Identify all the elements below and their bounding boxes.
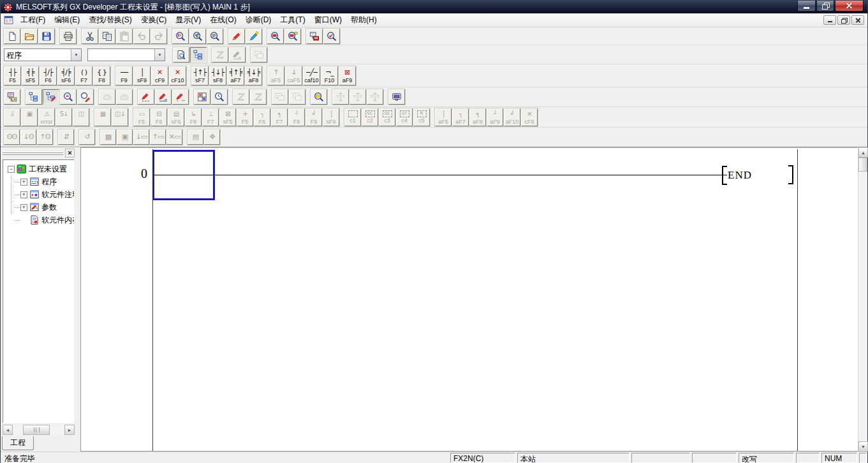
sfc-step-button[interactable]: ▭F5 <box>133 108 150 126</box>
sfc-selection-convergence-button[interactable]: ┘F8 <box>288 108 305 126</box>
closed-contact-button[interactable]: ┤/├F6 <box>40 66 57 85</box>
sfc-vertical-line-button[interactable]: │sF9 <box>323 108 339 126</box>
paste-button[interactable] <box>116 29 133 44</box>
block-display-button[interactable]: ▦ <box>94 108 111 126</box>
sfc-dummy-step-button[interactable]: ▤sF6 <box>168 108 184 126</box>
sfc-draw-convergence-button[interactable]: ┘aF9 <box>487 108 503 126</box>
insert-column-button[interactable] <box>367 89 383 105</box>
find-device-button[interactable] <box>172 29 189 44</box>
sfc-comment-button[interactable]: c1 <box>344 108 361 126</box>
find-button[interactable]: ʘʘ <box>4 129 20 145</box>
rising-pulse-branch-button[interactable]: ╡↑╞aF7 <box>227 66 244 85</box>
falling-pulse-open-button[interactable]: ↓caF5 <box>285 66 302 85</box>
print-button[interactable] <box>60 29 77 44</box>
write-horizontal-line-button[interactable]: ¬_F10 <box>321 66 338 85</box>
falling-pulse-button[interactable]: ┤↓├sF8 <box>209 66 226 85</box>
open-contact-button[interactable]: ┤├F5 <box>4 66 21 85</box>
jump-button[interactable]: ⇵ <box>58 129 74 145</box>
sfc-block-start-step-button[interactable]: ⊟F6 <box>151 108 167 126</box>
sfc-series-transition-button[interactable]: +F5 <box>237 108 253 126</box>
monitor-stop-button[interactable] <box>284 29 301 44</box>
redo-button[interactable] <box>151 29 167 44</box>
cascade-windows-button[interactable]: ▣ <box>117 129 133 145</box>
menu-window[interactable]: 窗口(W) <box>310 13 346 27</box>
scroll-right-arrow[interactable]: ► <box>64 425 75 435</box>
skip-range-button[interactable] <box>289 89 305 105</box>
sfc-simultaneous-convergence-button[interactable]: ╛F9 <box>305 108 322 126</box>
delete-horizontal-line-button[interactable]: ✕cF9 <box>151 66 168 85</box>
device-memory-button[interactable] <box>194 89 210 105</box>
partial-run-button[interactable] <box>250 89 267 105</box>
project-tree[interactable]: - 工程未设置 + 程序 + 软元件注释 <box>3 159 75 423</box>
sfc-transition-button[interactable]: ⊠sF5 <box>219 108 236 126</box>
new-project-button[interactable] <box>4 29 20 44</box>
window-restore-button[interactable] <box>816 1 834 11</box>
sfc-st-button[interactable]: STc4 <box>396 108 413 126</box>
delete-vertical-line-button[interactable]: ✕cF10 <box>169 66 186 85</box>
find-previous-button[interactable]: ↑ʘ <box>37 129 53 145</box>
project-data-list-button[interactable] <box>190 47 207 62</box>
program-copy-button[interactable] <box>251 47 267 62</box>
tree-collapse-toggle[interactable]: - <box>8 166 15 173</box>
scroll-thumb[interactable] <box>858 158 867 172</box>
undo-button[interactable] <box>133 29 150 44</box>
device-batch-monitor-button[interactable] <box>246 29 262 44</box>
find-string-button[interactable] <box>207 29 223 44</box>
print-data-button[interactable]: ▤ <box>188 129 203 145</box>
monitor-mode-button[interactable] <box>60 89 77 105</box>
tree-expand-toggle[interactable]: + <box>20 191 27 198</box>
sfc-jump-button[interactable]: ↳F8 <box>185 108 202 126</box>
online-read-button[interactable] <box>99 89 115 105</box>
vertical-line-button[interactable]: │sF9 <box>133 66 151 85</box>
comment-edit-button[interactable] <box>138 89 154 105</box>
window-close-button[interactable] <box>835 1 864 11</box>
clock-setting-button[interactable] <box>211 89 228 105</box>
sfc-se-button[interactable]: SEc3 <box>379 108 395 126</box>
block-convert-error-button[interactable]: ⚠error <box>38 108 55 126</box>
rising-pulse-button[interactable]: ┤↑├sF7 <box>191 66 209 85</box>
invert-operation-button[interactable]: ─╱─caf10 <box>303 66 320 85</box>
delete-line-button[interactable]: ⊠aF9 <box>339 66 356 85</box>
menu-view[interactable]: 显示(V) <box>171 13 205 27</box>
ladder-editor[interactable]: 0 END <box>80 147 858 452</box>
sfc-end-step-button[interactable]: ⊥F7 <box>202 108 219 126</box>
copy-button[interactable] <box>99 29 115 44</box>
ladder-list-convert-button[interactable] <box>4 89 20 105</box>
save-project-button[interactable] <box>38 29 55 44</box>
statement-edit-button[interactable] <box>155 89 172 105</box>
menu-diagnostics[interactable]: 诊断(D) <box>241 13 276 27</box>
scroll-track[interactable] <box>858 172 867 441</box>
rising-pulse-open-button[interactable]: ↑aF5 <box>267 66 284 85</box>
program-verify-button[interactable] <box>323 29 340 44</box>
device-test-button[interactable] <box>228 29 245 44</box>
cut-button[interactable] <box>82 29 98 44</box>
tree-root-item[interactable]: - 工程未设置 <box>3 163 74 175</box>
block-convert-run-button[interactable]: ▣ <box>21 108 38 126</box>
tree-expand-toggle[interactable]: + <box>20 204 27 211</box>
scroll-thumb[interactable] <box>23 425 50 435</box>
tree-expand-toggle[interactable]: + <box>20 179 27 186</box>
sfc-draw-vertical-button[interactable]: │aF5 <box>435 108 452 126</box>
menu-help[interactable]: 帮助(H) <box>346 13 381 27</box>
chevron-down-icon[interactable]: ▼ <box>154 49 165 61</box>
monitor-write-mode-button[interactable] <box>77 89 94 105</box>
menu-project[interactable]: 工程(F) <box>16 13 50 27</box>
program-type-combo[interactable]: 程序 ▼ <box>4 48 82 61</box>
sfc-draw-simultaneous-button[interactable]: ╕aF8 <box>469 108 486 126</box>
device-use-list-button[interactable]: ▩ <box>100 129 116 145</box>
sfc-draw-divergence-button[interactable]: ┐aF7 <box>452 108 469 126</box>
block-information-button[interactable]: ◫ <box>73 108 89 126</box>
transfer-setup-button[interactable] <box>306 29 323 44</box>
monitor-start-button[interactable] <box>267 29 284 44</box>
coil-button[interactable]: ( )F7 <box>75 66 92 85</box>
pan-button[interactable]: ✥ <box>204 129 220 145</box>
find-next-button[interactable]: ↓ʘ <box>20 129 36 145</box>
open-project-button[interactable] <box>21 29 38 44</box>
falling-pulse-branch-button[interactable]: ╡↓╞aF8 <box>245 66 262 85</box>
menu-edit[interactable]: 编辑(E) <box>50 13 84 27</box>
panel-close-button[interactable]: ✕ <box>65 149 75 158</box>
project-tab[interactable]: 工程 <box>2 436 34 450</box>
block-list-button[interactable]: ◫↓ <box>112 108 128 126</box>
comment-display-button[interactable] <box>388 89 405 105</box>
closed-branch-button[interactable]: ╡/╞sF6 <box>57 66 75 85</box>
